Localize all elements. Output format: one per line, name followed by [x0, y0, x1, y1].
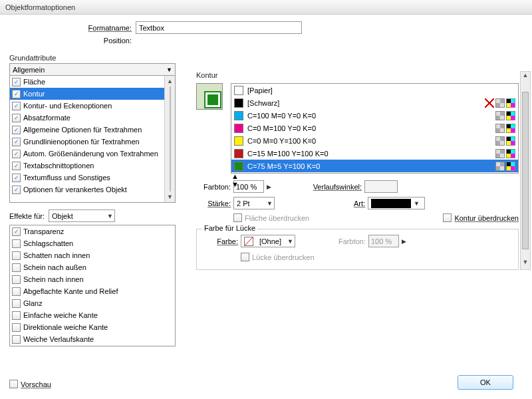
color-swatch: [234, 111, 243, 120]
kontur-ueber-label: Kontur überdrucken: [454, 214, 519, 222]
art-label: Art:: [275, 200, 368, 207]
cmyk-icon: [506, 162, 515, 171]
dialog-body: Formatname: Position: Grundattribute All…: [0, 15, 532, 399]
kontur-ueber-checkbox[interactable]: [443, 213, 452, 222]
formatname-label: Formatname:: [63, 24, 136, 32]
staerke-label: Stärke:: [196, 200, 233, 207]
checkbox-icon: ✓: [12, 263, 21, 272]
checkbox-icon: ✓: [12, 102, 21, 110]
color-row[interactable]: [Schwarz]: [231, 96, 518, 109]
list-item[interactable]: ✓Einfache weiche Kante: [10, 309, 175, 321]
flaeche-ueber-label: Fläche überdrucken: [245, 214, 309, 222]
cmyk-icon: [506, 124, 515, 133]
checkbox-icon: ✓: [12, 138, 21, 146]
list-item[interactable]: ✓Kontur- und Eckenoptionen: [10, 100, 175, 112]
verlaufswinkel-input: [364, 180, 398, 193]
list-item[interactable]: ✓Schein nach außen: [10, 261, 175, 273]
color-row[interactable]: C=0 M=100 Y=0 K=0: [231, 122, 518, 134]
color-row[interactable]: [Papier]: [231, 84, 518, 96]
checkbox-icon: ✓: [12, 162, 21, 170]
global-icon: [495, 149, 505, 158]
gap-farbton-input: ▶: [368, 235, 406, 247]
chevron-down-icon: ▼: [107, 213, 113, 219]
right-column: Kontur [Papier][Schwarz]C=100 M=0 Y=0 K=…: [196, 71, 519, 270]
list-item[interactable]: ✓Schatten nach innen: [10, 249, 175, 261]
effects-dropdown[interactable]: Objekt▼: [49, 209, 115, 222]
checkbox-icon: ✓: [12, 251, 21, 260]
left-column: Grundattribute Allgemein▼ ▲▼ ✓Fläche✓Kon…: [9, 54, 176, 346]
color-list[interactable]: [Papier][Schwarz]C=100 M=0 Y=0 K=0C=0 M=…: [231, 83, 519, 174]
color-row[interactable]: C=100 M=0 Y=0 K=0: [231, 109, 518, 122]
effects-list[interactable]: ✓Transparenz✓Schlagschatten✓Schatten nac…: [9, 225, 176, 346]
checkbox-icon: ✓: [12, 323, 21, 332]
checkbox-icon: ✓: [12, 275, 21, 284]
checkbox-icon: ✓: [12, 186, 21, 194]
effects-label: Effekte für:: [9, 212, 45, 220]
color-swatch: [234, 124, 243, 133]
global-icon: [495, 98, 505, 108]
cmyk-icon: [506, 149, 515, 158]
color-swatch: [234, 149, 243, 158]
grundattribute-list[interactable]: ▲▼ ✓Fläche✓Kontur✓Kontur- und Eckenoptio…: [9, 75, 176, 203]
cmyk-icon: [506, 111, 515, 120]
checkbox-icon: ✓: [12, 299, 21, 308]
list-item[interactable]: ✓Autom. Größenänderung von Textrahmen: [10, 148, 175, 160]
list-item[interactable]: ✓Absatzformate: [10, 112, 175, 124]
staerke-dropdown[interactable]: 2 Pt▼: [233, 197, 275, 209]
fill-stroke-proxy[interactable]: [196, 83, 223, 110]
gap-ueber-label: Lücke überdrucken: [252, 253, 315, 261]
checkbox-icon: ✓: [12, 227, 21, 236]
list-item[interactable]: ✓Transparenz: [10, 225, 175, 237]
gap-farbe-dropdown[interactable]: [Ohne]▼: [241, 235, 295, 247]
preview-checkbox[interactable]: [9, 380, 18, 388]
checkbox-icon: ✓: [12, 287, 21, 296]
color-row[interactable]: C=75 M=5 Y=100 K=0: [231, 160, 518, 172]
list-item[interactable]: ✓Schein nach innen: [10, 273, 175, 285]
color-row[interactable]: C=15 M=100 Y=100 K=0: [231, 147, 518, 160]
ok-button[interactable]: OK: [458, 375, 513, 390]
list-item[interactable]: ✓Glanz: [10, 297, 175, 309]
farbton-label: Farbton:: [196, 183, 233, 191]
gap-legend: Farbe für Lücke: [202, 224, 257, 232]
color-swatch: [234, 136, 243, 146]
verlaufswinkel-label: Verlaufswinkel:: [271, 183, 364, 191]
checkbox-icon: ✓: [12, 90, 21, 98]
list-item[interactable]: ✓Kontur: [10, 88, 175, 100]
scrollbar[interactable]: ▲▼: [231, 172, 242, 188]
allgemein-dropdown[interactable]: Allgemein▼: [9, 63, 176, 75]
list-item[interactable]: ✓Weiche Verlaufskante: [10, 333, 175, 345]
formatname-input[interactable]: [136, 21, 302, 34]
list-item[interactable]: ✓Grundlinienoptionen für Textrahmen: [10, 136, 175, 148]
preview-label: Vorschau: [21, 380, 51, 388]
kontur-title: Kontur: [196, 71, 519, 79]
cmyk-icon: [506, 136, 515, 146]
list-item[interactable]: ✓Direktionale weiche Kante: [10, 321, 175, 333]
outer-scrollbar[interactable]: ▲▼: [520, 71, 531, 270]
list-item[interactable]: ✓Abgeflachte Kante und Relief: [10, 285, 175, 297]
checkbox-icon: ✓: [12, 78, 21, 86]
global-icon: [495, 162, 505, 171]
checkbox-icon: ✓: [12, 239, 21, 248]
scrollbar[interactable]: ▲▼: [164, 76, 175, 202]
preview-row[interactable]: Vorschau: [9, 380, 51, 388]
list-item[interactable]: ✓Schlagschatten: [10, 237, 175, 249]
list-item[interactable]: ✓Fläche: [10, 76, 175, 88]
checkbox-icon: ✓: [12, 114, 21, 122]
checkbox-icon: ✓: [12, 150, 21, 158]
stroke-style-swatch: [371, 199, 411, 208]
color-row[interactable]: C=0 M=0 Y=100 K=0: [231, 134, 518, 147]
flaeche-ueber-checkbox: [233, 213, 242, 222]
window-title: Objektformatoptionen: [0, 0, 532, 15]
checkbox-icon: ✓: [12, 311, 21, 320]
list-item[interactable]: ✓Textabschnittoptionen: [10, 160, 175, 172]
list-item[interactable]: ✓Optionen für verankertes Objekt: [10, 184, 175, 196]
list-item[interactable]: ✓Textumfluss und Sonstiges: [10, 172, 175, 184]
color-swatch: [234, 162, 243, 171]
none-swatch-icon: [244, 237, 253, 246]
art-dropdown[interactable]: ▼: [368, 197, 425, 209]
list-item[interactable]: ✓Allgemeine Optionen für Textrahmen: [10, 124, 175, 136]
gap-farbe-label: Farbe:: [203, 237, 241, 245]
checkbox-icon: ✓: [12, 174, 21, 182]
global-icon: [495, 124, 505, 133]
cmyk-icon: [506, 98, 515, 108]
